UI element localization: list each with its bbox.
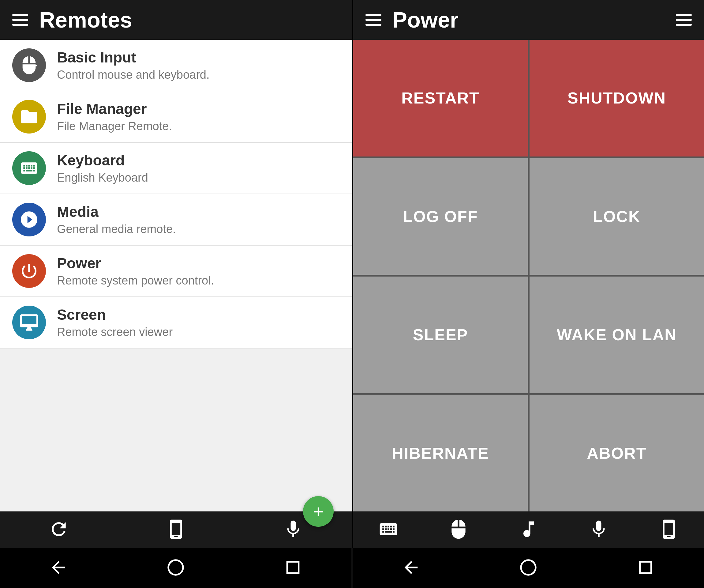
power-title: Power	[57, 255, 214, 272]
power-text: Power Remote system power control.	[57, 255, 214, 287]
basic-input-icon	[12, 48, 46, 82]
sleep-button[interactable]: SLEEP	[353, 276, 528, 393]
music-bottom-icon[interactable]	[518, 519, 539, 541]
basic-input-text: Basic Input Control mouse and keyboard.	[57, 49, 210, 82]
add-remote-button[interactable]: +	[303, 496, 334, 527]
list-item-power[interactable]: Power Remote system power control.	[0, 246, 352, 297]
file-manager-subtitle: File Manager Remote.	[57, 120, 172, 133]
file-manager-title: File Manager	[57, 100, 172, 117]
media-icon	[12, 203, 46, 236]
left-menu-button[interactable]	[12, 14, 28, 26]
left-home-button[interactable]	[166, 558, 185, 579]
right-header: Power	[353, 0, 704, 40]
right-menu-left-button[interactable]	[365, 14, 382, 26]
file-manager-icon	[12, 100, 46, 133]
refresh-icon[interactable]	[48, 519, 69, 541]
left-header: Remotes	[0, 0, 352, 40]
file-manager-text: File Manager File Manager Remote.	[57, 100, 172, 133]
shutdown-button[interactable]: SHUTDOWN	[530, 40, 704, 157]
screen-text: Screen Remote screen viewer	[57, 306, 173, 339]
left-nav	[0, 548, 351, 588]
list-item-screen[interactable]: Screen Remote screen viewer	[0, 297, 352, 349]
keyboard-icon	[12, 151, 46, 185]
screen-subtitle: Remote screen viewer	[57, 326, 173, 339]
media-text: Media General media remote.	[57, 203, 176, 236]
lock-button[interactable]: LOCK	[530, 158, 704, 275]
right-bottom-bar	[353, 512, 704, 548]
media-title: Media	[57, 203, 176, 220]
right-recent-button[interactable]	[636, 558, 655, 579]
media-subtitle: General media remote.	[57, 223, 176, 236]
list-item-file-manager[interactable]: File Manager File Manager Remote.	[0, 91, 352, 143]
left-recent-button[interactable]	[283, 558, 303, 579]
power-grid: RESTART SHUTDOWN LOG OFF LOCK SLEEP WAKE…	[353, 40, 704, 512]
right-nav	[353, 548, 704, 588]
basic-input-title: Basic Input	[57, 49, 210, 66]
mic-icon[interactable]	[283, 519, 304, 541]
device-right-bottom-icon[interactable]	[658, 519, 679, 541]
basic-input-subtitle: Control mouse and keyboard.	[57, 68, 210, 82]
log-off-button[interactable]: LOG OFF	[353, 158, 528, 275]
mic-right-bottom-icon[interactable]	[588, 519, 609, 541]
restart-button[interactable]: RESTART	[353, 40, 528, 157]
remotes-list: Basic Input Control mouse and keyboard. …	[0, 40, 352, 512]
left-panel: Remotes Basic Input Control mouse and ke…	[0, 0, 352, 548]
svg-point-2	[521, 560, 536, 575]
device-icon[interactable]	[166, 519, 186, 541]
screen-icon	[12, 306, 46, 339]
list-item-basic-input[interactable]: Basic Input Control mouse and keyboard.	[0, 40, 352, 91]
power-subtitle: Remote system power control.	[57, 274, 214, 287]
right-menu-button[interactable]	[676, 14, 692, 26]
hibernate-button[interactable]: HIBERNATE	[353, 395, 528, 512]
left-back-button[interactable]	[49, 558, 68, 579]
svg-rect-1	[287, 562, 298, 573]
left-title: Remotes	[39, 7, 132, 33]
screen-title: Screen	[57, 306, 173, 323]
right-home-button[interactable]	[519, 558, 538, 579]
left-bottom-bar: +	[0, 512, 352, 548]
keyboard-bottom-icon[interactable]	[378, 519, 399, 541]
wake-on-lan-button[interactable]: WAKE ON LAN	[530, 276, 704, 393]
svg-point-0	[168, 560, 183, 575]
power-icon	[12, 254, 46, 288]
right-back-button[interactable]	[401, 558, 421, 579]
keyboard-title: Keyboard	[57, 152, 148, 169]
abort-button[interactable]: ABORT	[530, 395, 704, 512]
svg-rect-3	[640, 562, 651, 573]
list-item-keyboard[interactable]: Keyboard English Keyboard	[0, 143, 352, 194]
mouse-bottom-icon[interactable]	[448, 519, 469, 541]
keyboard-subtitle: English Keyboard	[57, 171, 148, 184]
right-panel: Power RESTART SHUTDOWN LOG OFF LOCK SLEE…	[352, 0, 704, 548]
keyboard-text: Keyboard English Keyboard	[57, 152, 148, 184]
list-item-media[interactable]: Media General media remote.	[0, 194, 352, 246]
right-title: Power	[393, 7, 665, 33]
system-nav-bar	[0, 548, 704, 588]
